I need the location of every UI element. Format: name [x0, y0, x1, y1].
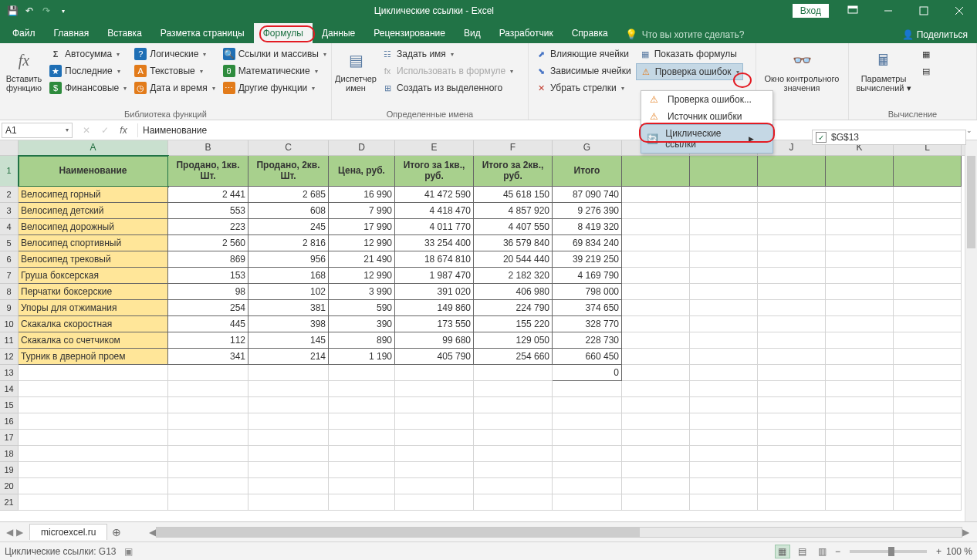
cell[interactable]: 1 190	[329, 349, 395, 365]
cell[interactable]: 798 000	[553, 284, 622, 300]
cell[interactable]: 16 990	[329, 187, 395, 203]
cell[interactable]: 445	[168, 316, 248, 332]
cell[interactable]	[248, 494, 329, 511]
cell[interactable]	[894, 397, 962, 413]
cell[interactable]	[622, 446, 690, 462]
menu-error-checking[interactable]: ⚠Проверка ошибок...	[641, 91, 772, 108]
watch-window-button[interactable]: 👓 Окно контрольногозначения	[759, 46, 844, 94]
cell[interactable]: 36 579 840	[474, 235, 553, 251]
cell[interactable]	[826, 397, 894, 413]
error-checking-button[interactable]: ⚠Проверка ошибок▾	[636, 63, 743, 80]
cell[interactable]	[758, 235, 826, 251]
cell[interactable]: 223	[168, 219, 248, 235]
cell[interactable]	[395, 381, 474, 397]
cell[interactable]	[622, 300, 690, 316]
cell[interactable]	[622, 478, 690, 494]
cell[interactable]: 173 550	[395, 316, 474, 332]
cell[interactable]: 2 441	[168, 187, 248, 203]
cell[interactable]	[826, 478, 894, 494]
cell[interactable]	[395, 462, 474, 478]
cell[interactable]: 87 090 740	[553, 187, 622, 203]
cell[interactable]	[826, 332, 894, 349]
col-header-C[interactable]: C	[248, 140, 329, 155]
zoom-slider[interactable]	[850, 550, 927, 553]
cell[interactable]	[826, 187, 894, 203]
cell[interactable]: 18 674 810	[395, 251, 474, 268]
cell[interactable]	[19, 446, 168, 462]
cell[interactable]: Итого за 1кв., руб.	[395, 156, 474, 187]
cell[interactable]	[553, 462, 622, 478]
cell[interactable]	[690, 462, 758, 478]
cell[interactable]	[894, 203, 962, 219]
cell[interactable]: 660 450	[553, 349, 622, 365]
maximize-icon[interactable]	[906, 0, 942, 22]
sheet-next-icon[interactable]: ▶	[16, 527, 23, 538]
cell[interactable]	[894, 494, 962, 511]
cell[interactable]	[248, 430, 329, 446]
cell[interactable]	[329, 478, 395, 494]
cell[interactable]	[826, 203, 894, 219]
cell[interactable]: 102	[248, 284, 329, 300]
row-header[interactable]: 15	[0, 397, 19, 413]
cell[interactable]: 254 660	[474, 349, 553, 365]
qat-customize-icon[interactable]: ▾	[57, 5, 69, 17]
row-header[interactable]: 17	[0, 430, 19, 446]
cell[interactable]	[690, 430, 758, 446]
cell[interactable]	[894, 187, 962, 203]
cell[interactable]: 45 618 150	[474, 187, 553, 203]
cell[interactable]	[329, 365, 395, 381]
redo-icon[interactable]: ↷	[40, 5, 52, 17]
cell[interactable]	[758, 413, 826, 430]
cell[interactable]	[395, 365, 474, 381]
cell[interactable]	[19, 478, 168, 494]
normal-view-button[interactable]: ▦	[775, 545, 790, 558]
cell[interactable]	[168, 494, 248, 511]
recent-button[interactable]: ★Последние▾	[46, 63, 130, 79]
cell[interactable]: 33 254 400	[395, 235, 474, 251]
col-header-F[interactable]: F	[474, 140, 553, 155]
cell[interactable]: 17 990	[329, 219, 395, 235]
cell[interactable]: Цена, руб.	[329, 156, 395, 187]
cell[interactable]: 228 730	[553, 332, 622, 349]
cell[interactable]	[894, 316, 962, 332]
cell[interactable]	[19, 381, 168, 397]
logical-button[interactable]: ?Логические▾	[131, 46, 218, 62]
cell[interactable]	[553, 381, 622, 397]
share-button[interactable]: 👤Поделиться	[893, 26, 977, 43]
cell[interactable]	[553, 430, 622, 446]
cell[interactable]: 99 680	[395, 332, 474, 349]
cell[interactable]: 390	[329, 316, 395, 332]
cell[interactable]: 145	[248, 332, 329, 349]
hscroll-right-icon[interactable]: ▶	[962, 527, 969, 538]
tab-help[interactable]: Справка	[563, 23, 617, 43]
cell[interactable]	[894, 300, 962, 316]
tab-data[interactable]: Данные	[313, 23, 364, 43]
insert-function-button[interactable]: fx Вставитьфункцию	[3, 46, 45, 94]
cell[interactable]	[758, 430, 826, 446]
tab-home[interactable]: Главная	[45, 23, 99, 43]
cell[interactable]: Велосипед спортивный	[19, 235, 168, 251]
cell[interactable]: Перчатки боксерские	[19, 284, 168, 300]
cell[interactable]	[758, 156, 826, 187]
cell[interactable]: 341	[168, 349, 248, 365]
cell[interactable]	[395, 446, 474, 462]
cell[interactable]	[474, 462, 553, 478]
cell[interactable]	[622, 316, 690, 332]
row-header[interactable]: 19	[0, 462, 19, 478]
sheet-prev-icon[interactable]: ◀	[6, 527, 13, 538]
cell[interactable]	[395, 397, 474, 413]
cell[interactable]	[622, 413, 690, 430]
cell[interactable]	[894, 268, 962, 284]
cell[interactable]	[758, 332, 826, 349]
cell[interactable]	[758, 251, 826, 268]
sheet-tab[interactable]: microexcel.ru	[29, 524, 107, 540]
cell[interactable]	[248, 446, 329, 462]
cell[interactable]	[690, 397, 758, 413]
cell[interactable]: 381	[248, 300, 329, 316]
cell[interactable]	[168, 478, 248, 494]
cell[interactable]: 2 816	[248, 235, 329, 251]
cell[interactable]: 155 220	[474, 316, 553, 332]
calc-sheet-button[interactable]: ▤	[917, 63, 935, 79]
cell[interactable]	[894, 349, 962, 365]
login-button[interactable]: Вход	[793, 4, 829, 18]
